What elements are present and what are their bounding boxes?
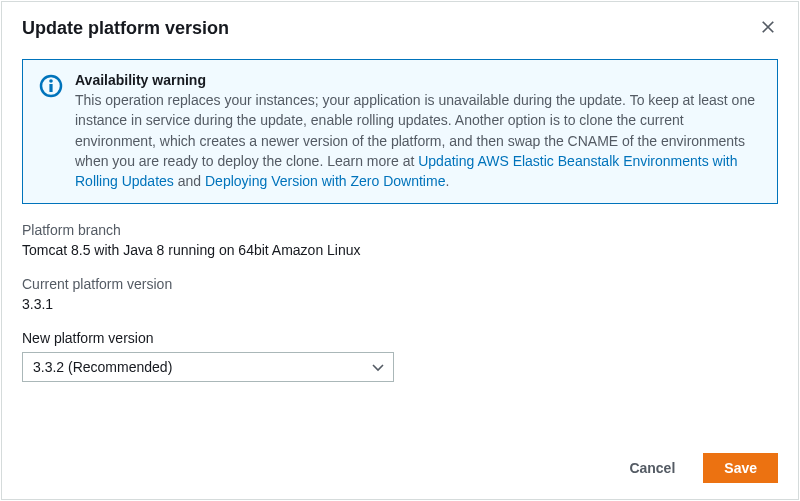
alert-text-part2: and [174,173,205,189]
update-platform-modal: Update platform version Availability war… [1,1,799,500]
alert-title: Availability warning [75,72,761,88]
new-version-label: New platform version [22,330,778,346]
platform-branch-label: Platform branch [22,222,778,238]
platform-branch-value: Tomcat 8.5 with Java 8 running on 64bit … [22,242,778,258]
new-version-select-wrap: 3.3.2 (Recommended) [22,352,394,382]
modal-footer: Cancel Save [2,441,798,499]
modal-title: Update platform version [22,18,229,39]
info-icon [39,74,63,101]
alert-content: Availability warning This operation repl… [75,72,761,191]
close-icon [761,20,775,37]
new-version-field: New platform version 3.3.2 (Recommended) [22,330,778,382]
svg-point-2 [49,79,53,83]
close-button[interactable] [758,18,778,38]
current-version-value: 3.3.1 [22,296,778,312]
new-version-selected-value: 3.3.2 (Recommended) [33,359,172,375]
modal-header: Update platform version [2,2,798,47]
alert-text-part3: . [445,173,449,189]
platform-branch-field: Platform branch Tomcat 8.5 with Java 8 r… [22,222,778,258]
cancel-button[interactable]: Cancel [611,454,693,482]
new-version-select[interactable]: 3.3.2 (Recommended) [22,352,394,382]
modal-body: Availability warning This operation repl… [2,47,798,441]
current-version-field: Current platform version 3.3.1 [22,276,778,312]
zero-downtime-link[interactable]: Deploying Version with Zero Downtime [205,173,445,189]
availability-warning-alert: Availability warning This operation repl… [22,59,778,204]
alert-text: This operation replaces your instances; … [75,90,761,191]
current-version-label: Current platform version [22,276,778,292]
save-button[interactable]: Save [703,453,778,483]
svg-rect-1 [49,84,52,92]
